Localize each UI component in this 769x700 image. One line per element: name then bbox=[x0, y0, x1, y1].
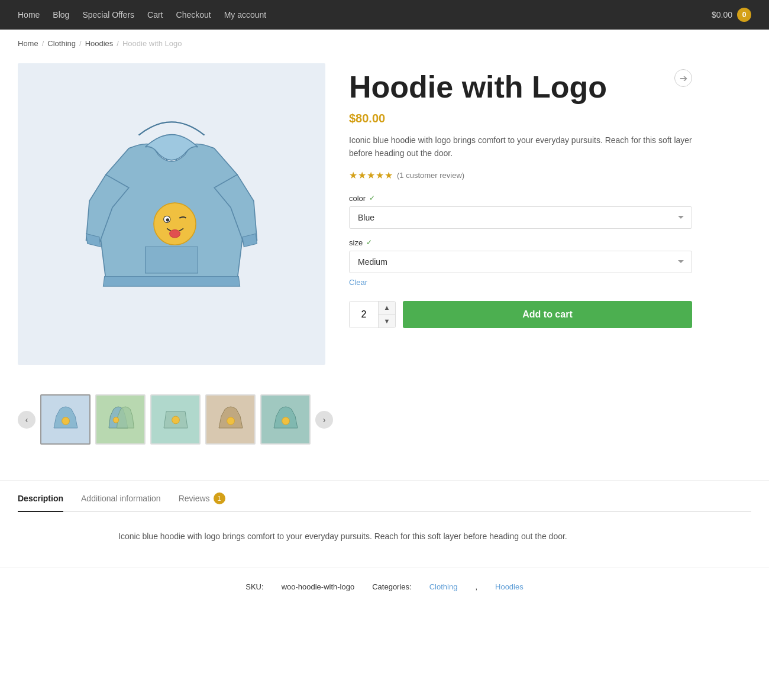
sku-label: SKU: bbox=[245, 582, 263, 591]
thumbnail-3[interactable] bbox=[205, 394, 256, 445]
categories-label: Categories: bbox=[372, 582, 411, 591]
size-label: size ✓ bbox=[349, 238, 692, 247]
description-paragraph: Iconic blue hoodie with logo brings comf… bbox=[118, 530, 651, 544]
product-details: Hoodie with Logo ➔ $80.00 Iconic blue ho… bbox=[349, 63, 692, 365]
svg-point-9 bbox=[227, 417, 234, 424]
color-label: color ✓ bbox=[349, 194, 692, 203]
svg-point-5 bbox=[170, 230, 180, 238]
quantity-stepper: ▲ ▼ bbox=[378, 302, 395, 328]
breadcrumb-current: Hoodie with Logo bbox=[122, 39, 182, 48]
color-select[interactable]: Blue Green Red bbox=[349, 206, 692, 229]
thumbnail-0[interactable] bbox=[40, 394, 91, 445]
add-to-cart-row: ▲ ▼ Add to cart bbox=[349, 301, 692, 328]
color-check-icon: ✓ bbox=[369, 194, 375, 202]
tabs-section: Description Additional information Revie… bbox=[0, 480, 769, 568]
tab-additional-information[interactable]: Additional information bbox=[81, 492, 161, 511]
nav-cart[interactable]: Cart bbox=[147, 10, 163, 20]
product-container: Hoodie with Logo ➔ $80.00 Iconic blue ho… bbox=[0, 57, 710, 383]
cart-price: $0.00 bbox=[712, 10, 732, 20]
review-count[interactable]: (1 customer review) bbox=[397, 171, 464, 180]
product-description: Iconic blue hoodie with logo brings comf… bbox=[349, 134, 692, 160]
nav-my-account[interactable]: My account bbox=[224, 10, 267, 20]
thumbnails-section: ‹ › bbox=[0, 383, 769, 456]
thumbnail-4[interactable] bbox=[260, 394, 311, 445]
tab-reviews[interactable]: Reviews 1 bbox=[179, 492, 225, 511]
thumbnail-next-button[interactable]: › bbox=[315, 411, 333, 429]
nav-blog[interactable]: Blog bbox=[53, 10, 69, 20]
quantity-up-button[interactable]: ▲ bbox=[379, 302, 395, 315]
product-price: $80.00 bbox=[349, 112, 692, 125]
breadcrumb: Home / Clothing / Hoodies / Hoodie with … bbox=[0, 30, 769, 57]
nav-checkout[interactable]: Checkout bbox=[176, 10, 211, 20]
product-image-svg bbox=[77, 96, 266, 332]
quantity-input[interactable] bbox=[350, 302, 378, 328]
tab-description-content: Iconic blue hoodie with logo brings comf… bbox=[118, 530, 651, 568]
product-title-row: Hoodie with Logo ➔ bbox=[349, 69, 692, 105]
breadcrumb-clothing[interactable]: Clothing bbox=[47, 39, 76, 48]
quantity-down-button[interactable]: ▼ bbox=[379, 315, 395, 328]
svg-point-2 bbox=[154, 203, 196, 245]
category-clothing-link[interactable]: Clothing bbox=[429, 582, 458, 591]
product-main-image bbox=[18, 63, 325, 365]
svg-point-6 bbox=[62, 417, 69, 424]
tabs-header: Description Additional information Revie… bbox=[18, 481, 751, 512]
sku-value: woo-hoodie-with-logo bbox=[282, 582, 355, 591]
nav-home[interactable]: Home bbox=[18, 10, 40, 20]
svg-point-7 bbox=[113, 417, 119, 423]
thumbnail-2[interactable] bbox=[150, 394, 201, 445]
color-attribute-row: color ✓ Blue Green Red bbox=[349, 194, 692, 229]
size-check-icon: ✓ bbox=[366, 238, 372, 247]
reviews-badge: 1 bbox=[214, 492, 225, 504]
top-navigation: Home Blog Special Offers Cart Checkout M… bbox=[0, 0, 769, 30]
breadcrumb-home[interactable]: Home bbox=[18, 39, 38, 48]
cart-area: $0.00 0 bbox=[712, 8, 751, 22]
breadcrumb-hoodies[interactable]: Hoodies bbox=[85, 39, 114, 48]
thumbnail-1[interactable] bbox=[95, 394, 146, 445]
svg-point-8 bbox=[172, 416, 179, 424]
nav-special-offers[interactable]: Special Offers bbox=[82, 10, 134, 20]
thumbnail-prev-button[interactable]: ‹ bbox=[18, 411, 35, 429]
svg-point-10 bbox=[282, 417, 289, 424]
category-hoodies-link[interactable]: Hoodies bbox=[495, 582, 524, 591]
product-rating-row: ★★★★★ (1 customer review) bbox=[349, 170, 692, 181]
product-meta: SKU: woo-hoodie-with-logo Categories: Cl… bbox=[0, 568, 769, 605]
svg-point-4 bbox=[166, 218, 170, 222]
size-select[interactable]: Small Medium Large XL bbox=[349, 251, 692, 273]
add-to-cart-button[interactable]: Add to cart bbox=[403, 301, 692, 328]
tab-description[interactable]: Description bbox=[18, 492, 63, 512]
product-stars: ★★★★★ bbox=[349, 170, 393, 181]
clear-link[interactable]: Clear bbox=[349, 278, 367, 287]
product-name: Hoodie with Logo bbox=[349, 69, 607, 105]
cart-count[interactable]: 0 bbox=[737, 8, 751, 22]
size-attribute-row: size ✓ Small Medium Large XL Clear bbox=[349, 238, 692, 287]
next-product-button[interactable]: ➔ bbox=[674, 69, 692, 87]
quantity-wrapper: ▲ ▼ bbox=[349, 301, 396, 328]
